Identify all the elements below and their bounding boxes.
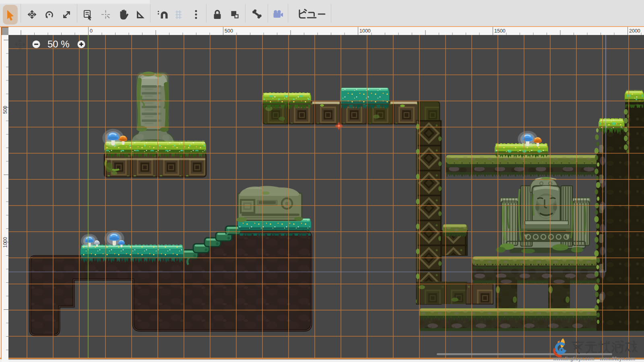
- svg-text:2000: 2000: [629, 28, 640, 34]
- svg-text:1500: 1500: [494, 28, 506, 34]
- svg-text:1000: 1000: [2, 237, 8, 248]
- svg-text:500: 500: [225, 28, 233, 34]
- svg-text:500: 500: [2, 106, 8, 114]
- svg-text:www.06zyx.com: www.06zyx.com: [599, 356, 635, 362]
- svg-text:50 %: 50 %: [47, 39, 70, 49]
- svg-text:1000: 1000: [359, 28, 371, 34]
- svg-text:0: 0: [90, 28, 93, 34]
- svg-text:www.lingliuyx.com: www.lingliuyx.com: [553, 356, 594, 362]
